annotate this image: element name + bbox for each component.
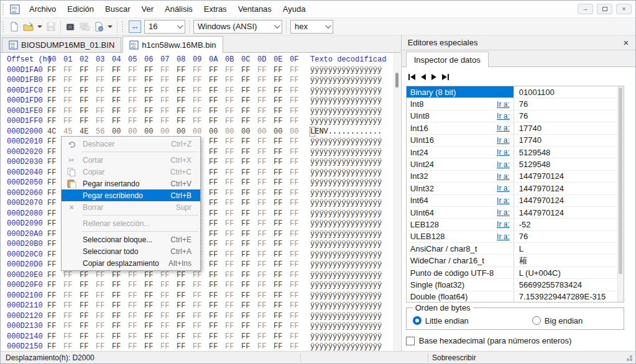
hex-byte[interactable]: FF [241, 157, 257, 168]
hex-byte[interactable]: FF [209, 301, 225, 311]
hex-byte[interactable]: FF [241, 96, 257, 106]
tab-biosdump[interactable]: FDA0 BIOSDUMP16MB_01.BIN [2, 37, 121, 52]
hex-byte[interactable]: FF [128, 116, 144, 127]
hex-byte[interactable]: FF [290, 157, 306, 168]
row-text[interactable]: ÿÿÿÿÿÿÿÿÿÿÿÿÿÿÿÿ [310, 301, 382, 311]
hex-byte[interactable]: FF [257, 270, 274, 281]
hex-byte[interactable]: FF [241, 270, 257, 281]
hex-byte[interactable]: FF [96, 321, 112, 332]
hex-byte[interactable]: FF [177, 65, 193, 76]
inspector-value-cell[interactable]: L (U+004C) [514, 267, 624, 278]
hex-byte[interactable]: FF [209, 198, 225, 209]
hex-byte[interactable]: FF [241, 86, 257, 96]
hex-byte[interactable]: FF [112, 86, 128, 96]
inspector-row[interactable]: Int32Ir a:1447970124 [407, 171, 624, 183]
menu-ayuda[interactable]: Ayuda [277, 1, 311, 17]
hex-byte[interactable]: FF [160, 280, 177, 291]
hex-byte[interactable]: FF [144, 291, 160, 301]
hex-byte[interactable]: FF [63, 321, 80, 332]
hex-byte[interactable]: FF [274, 157, 290, 168]
hex-byte[interactable]: FF [96, 86, 112, 96]
hex-byte[interactable]: FF [290, 178, 306, 188]
hex-byte[interactable]: FF [225, 260, 241, 270]
goto-link[interactable]: Ir a: [497, 100, 510, 109]
hex-byte[interactable]: FF [193, 280, 209, 291]
hex-byte[interactable]: FF [193, 116, 209, 127]
hex-byte[interactable]: FF [225, 280, 241, 291]
hex-byte[interactable]: FF [225, 75, 241, 86]
hex-byte[interactable]: FF [96, 280, 112, 291]
hex-byte[interactable]: FF [225, 198, 241, 209]
hex-row[interactable]: 000D1FC0FFFFFFFFFFFFFFFFFFFFFFFFFFFFFFFF… [7, 86, 401, 96]
encoding-combo[interactable]: Windows (ANSI) [193, 20, 282, 34]
hex-byte[interactable]: FF [257, 219, 274, 229]
hex-byte[interactable]: FF [209, 86, 225, 96]
radio-big-endian[interactable]: Big endian [532, 316, 583, 325]
hex-byte[interactable]: FF [209, 332, 225, 342]
hex-byte[interactable]: FF [128, 65, 144, 76]
menu-analisis[interactable]: Análisis [159, 1, 198, 17]
hex-byte[interactable]: FF [96, 65, 112, 76]
menu-item-deshacer[interactable]: DeshacerCtrl+Z [62, 138, 200, 150]
hex-byte[interactable]: FF [225, 116, 241, 127]
hex-byte[interactable]: FF [225, 311, 241, 322]
panel-close-icon[interactable]: × [620, 37, 632, 48]
hex-byte[interactable]: FF [160, 321, 177, 332]
hex-byte[interactable]: FF [177, 106, 193, 117]
hex-byte[interactable]: FF [257, 239, 274, 250]
hex-byte[interactable]: FF [257, 198, 274, 209]
hex-row[interactable]: 000D20F0FFFFFFFFFFFFFFFFFFFFFFFFFFFFFFFF… [7, 280, 401, 291]
hex-byte[interactable]: FF [241, 280, 257, 291]
radio-little-endian[interactable]: Little endian [413, 316, 469, 325]
hex-byte[interactable]: 00 [128, 127, 144, 137]
open-dropdown-arrow[interactable] [37, 25, 42, 28]
hex-byte[interactable]: FF [274, 198, 290, 209]
hex-byte[interactable]: FF [225, 209, 241, 219]
hex-byte[interactable]: FF [257, 168, 274, 178]
inspector-row[interactable]: LEB128Ir a:-52 [407, 219, 624, 230]
hex-byte[interactable]: FF [274, 311, 290, 322]
hex-byte[interactable]: FF [209, 96, 225, 106]
hex-byte[interactable]: FF [257, 147, 274, 158]
hex-byte[interactable]: FF [128, 106, 144, 117]
hex-byte[interactable]: FF [144, 280, 160, 291]
hex-byte[interactable]: FF [63, 96, 80, 106]
hex-row[interactable]: 000D2130FFFFFFFFFFFFFFFFFFFFFFFFFFFFFFFF… [7, 321, 401, 332]
hex-byte[interactable]: FF [225, 229, 241, 240]
hex-byte[interactable]: FF [112, 116, 128, 127]
goto-link[interactable]: Ir a: [497, 112, 510, 121]
hex-byte[interactable]: FF [47, 311, 63, 322]
inspector-row[interactable]: Int16Ir a:17740 [407, 122, 624, 134]
goto-link[interactable]: Ir a: [497, 184, 510, 193]
hex-byte[interactable]: 00 [274, 127, 290, 137]
hex-byte[interactable]: FF [80, 270, 96, 281]
inspector-value-cell[interactable]: 7.1539229447289E-315 [514, 291, 624, 303]
status-mode[interactable]: Sobreescribir [428, 353, 630, 362]
hex-byte[interactable]: FF [112, 280, 128, 291]
hex-byte[interactable]: FF [290, 229, 306, 240]
hex-byte[interactable]: FF [274, 270, 290, 281]
row-text[interactable]: ÿÿÿÿÿÿÿÿÿÿÿÿÿÿÿÿ [310, 219, 382, 229]
hex-byte[interactable]: FF [290, 311, 306, 322]
hex-byte[interactable]: 00 [144, 127, 160, 137]
hex-byte[interactable]: FF [47, 301, 63, 311]
row-text[interactable]: ÿÿÿÿÿÿÿÿÿÿÿÿÿÿÿÿ [310, 96, 382, 106]
hex-byte[interactable]: 00 [225, 127, 241, 137]
inspector-value-cell[interactable]: 䕌 [514, 255, 624, 266]
hex-byte[interactable]: FF [274, 239, 290, 250]
hex-byte[interactable]: FF [274, 321, 290, 332]
menu-item-borrar[interactable]: ×BorrarSupr [62, 201, 200, 213]
hex-byte[interactable]: FF [47, 96, 63, 106]
hex-byte[interactable]: FF [128, 86, 144, 96]
hex-byte[interactable]: FF [144, 311, 160, 322]
goto-link[interactable]: Ir a: [497, 160, 510, 169]
hex-byte[interactable]: FF [80, 116, 96, 127]
row-text[interactable]: ÿÿÿÿÿÿÿÿÿÿÿÿÿÿÿÿ [310, 311, 382, 322]
hex-byte[interactable]: FF [96, 311, 112, 322]
inspector-row[interactable]: UInt16Ir a:17740 [407, 135, 624, 147]
save-button[interactable] [45, 20, 57, 33]
hex-byte[interactable]: FF [274, 168, 290, 178]
hex-byte[interactable]: FF [112, 75, 128, 86]
hex-byte[interactable]: FF [63, 65, 80, 76]
hex-byte[interactable]: FF [209, 321, 225, 332]
